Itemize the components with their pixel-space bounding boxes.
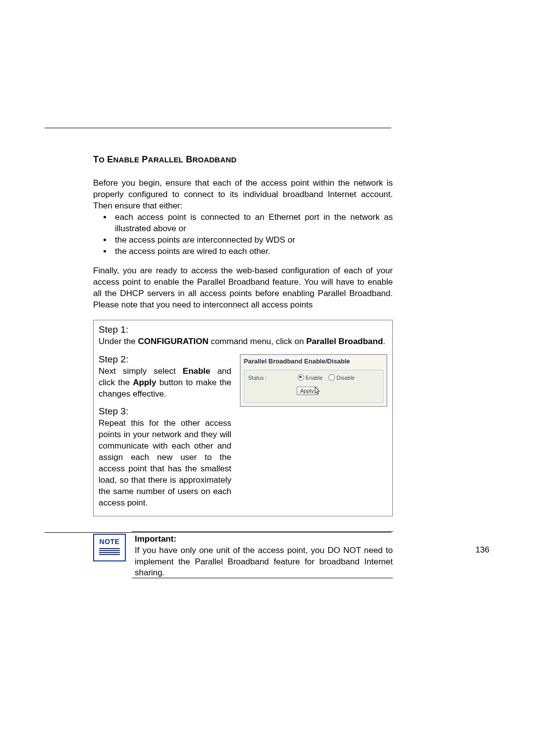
step-1-text-pre: Under the	[99, 337, 138, 346]
step-3-text: Repeat this for the other access points …	[99, 418, 231, 509]
svg-marker-0	[315, 387, 320, 394]
note-heading: Important:	[135, 534, 176, 544]
step-3-heading: Step 3:	[99, 406, 128, 416]
step-2-bold-apply: Apply	[133, 378, 156, 387]
step-1-heading: Step 1:	[99, 324, 128, 335]
config-panel-title: Parallel Broadband Enable/Disable	[241, 355, 386, 370]
page-number: 136	[476, 545, 489, 556]
bullet-item: the access points are interconnected by …	[112, 235, 393, 246]
step-1-bold-configuration: CONFIGURATION	[138, 337, 208, 346]
step-1: Step 1: Under the CONFIGURATION command …	[99, 323, 387, 348]
intro-paragraph: Before you begin, ensure that each of th…	[93, 178, 393, 212]
step-2-text-pre: Next simply select	[99, 366, 183, 376]
step-1-text-post: .	[383, 337, 385, 346]
note-icon: NOTE	[93, 534, 126, 561]
finally-paragraph: Finally, you are ready to access the web…	[93, 265, 393, 311]
note-lines-icon	[99, 547, 120, 556]
cursor-icon	[315, 387, 321, 398]
apply-button-label: Apply	[300, 388, 314, 394]
note-text: If you have only one unit of the access …	[135, 546, 393, 578]
step-3: Step 3: Repeat this for the other access…	[99, 405, 231, 508]
step-2: Step 2: Next simply select Enable and cl…	[99, 353, 231, 400]
step-2-bold-enable: Enable	[183, 366, 211, 376]
step-2-heading: Step 2:	[99, 354, 128, 364]
radio-disable-label: Disable	[336, 375, 355, 381]
note-block: NOTE Important: If you have only one uni…	[93, 531, 393, 579]
config-status-label: Status :	[248, 374, 278, 382]
bullet-item: each access point is connected to an Eth…	[112, 212, 393, 235]
page-content: TO ENABLE PARALLEL BROADBAND Before you …	[93, 129, 393, 578]
step-1-bold-parallel: Parallel Broadband	[306, 337, 383, 346]
steps-box: Step 1: Under the CONFIGURATION command …	[93, 320, 393, 516]
bottom-horizontal-rule	[45, 532, 391, 533]
config-panel: Parallel Broadband Enable/Disable Status…	[240, 354, 387, 406]
bullet-item: the access points are wired to each othe…	[112, 246, 393, 257]
note-badge-label: NOTE	[100, 538, 120, 545]
step-1-text-mid: command menu, click on	[209, 337, 306, 346]
radio-enable[interactable]: Enable	[298, 374, 322, 382]
section-title: TO ENABLE PARALLEL BROADBAND	[93, 153, 393, 165]
top-horizontal-rule	[45, 128, 391, 128]
radio-dot-icon	[328, 374, 335, 381]
radio-enable-label: Enable	[306, 375, 322, 381]
radio-dot-checked-icon	[298, 374, 304, 381]
radio-disable[interactable]: Disable	[328, 374, 355, 382]
intro-bullet-list: each access point is connected to an Eth…	[93, 212, 393, 257]
